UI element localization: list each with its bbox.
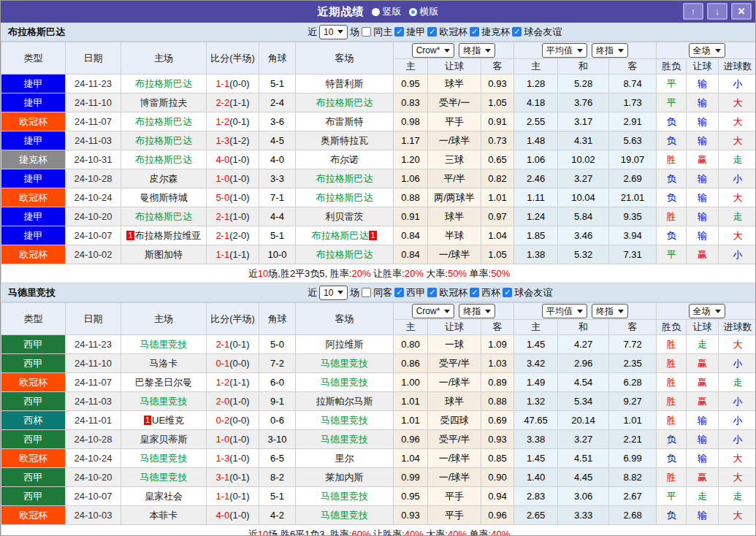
radio-horizontal-layout[interactable]: 横版: [409, 5, 439, 18]
corner-score: 5-0: [259, 335, 296, 354]
team-cell: 本菲卡: [121, 506, 207, 525]
match-row: 西甲24-10-28皇家贝蒂斯1-0(1-0)3-10马德里竞技0.96受平/半…: [1, 430, 756, 449]
league-filter-checkbox[interactable]: ✓: [394, 27, 404, 37]
odds-home-value: 0.95: [394, 74, 428, 93]
league-filter-checkbox[interactable]: ✓: [503, 288, 512, 297]
radio-horizontal-label[interactable]: 横版: [420, 5, 439, 18]
move-up-button[interactable]: ↑: [683, 3, 703, 20]
odds-source-select[interactable]: 全场: [689, 304, 725, 318]
match-row: 西甲24-10-20马德里竞技3-1(0-1)8-2莱加内斯0.99一/球半0.…: [1, 468, 756, 487]
same-venue-checkbox[interactable]: [362, 288, 371, 297]
chevron-down-icon: [715, 310, 721, 313]
team-cell: 利贝雷茨: [296, 207, 394, 226]
match-date: 24-10-20: [66, 468, 121, 487]
same-venue-checkbox[interactable]: [362, 27, 371, 37]
games-count-select[interactable]: 10: [319, 25, 348, 39]
fulltime-score: 4-0: [215, 154, 229, 165]
league-filter-checkbox[interactable]: ✓: [394, 288, 404, 297]
summary-stat-label: 场,胜2平3负5, 胜率:: [268, 268, 351, 279]
corner-score: 5-1: [259, 487, 296, 506]
col-score-header: 比分(半场): [207, 303, 259, 335]
league-filter-checkbox[interactable]: ✓: [427, 288, 437, 297]
team-cell: 马德里竞技: [296, 506, 394, 525]
odds-source-select[interactable]: Crow*: [412, 43, 455, 58]
summary-stat-label: 近: [248, 529, 258, 536]
games-count-select[interactable]: 10: [319, 286, 348, 300]
odds-group-selects: 平均值终指: [514, 304, 656, 318]
avg-draw-header: 和: [558, 59, 609, 74]
fulltime-score: 1-1: [215, 491, 229, 502]
halftime-score: (1-2): [229, 135, 249, 146]
avg-away-value: 6.99: [609, 449, 657, 468]
score-cell: 0-1(0-0): [207, 354, 259, 373]
result-goals-value: 大: [719, 112, 756, 131]
team-name-text: 马德里竞技: [321, 377, 368, 388]
avg-away-value: 8.74: [609, 74, 657, 93]
match-row: 欧冠杯24-10-02斯图加特1-1(1-1)10-0布拉格斯巴达0.84一/球…: [1, 245, 756, 264]
result-handicap-value: 输: [687, 506, 719, 525]
avg-home-value: 1.45: [514, 449, 558, 468]
league-filter-checkbox[interactable]: ✓: [470, 27, 479, 37]
league-filter-checkbox[interactable]: ✓: [470, 288, 479, 297]
avg-draw-header: 和: [558, 320, 609, 335]
odds-source-select[interactable]: 终指: [459, 304, 495, 318]
corner-score: 3-6: [259, 112, 296, 131]
odds-source-select[interactable]: Crow*: [412, 304, 455, 318]
avg-away-value: 1.73: [609, 93, 657, 112]
odds-source-select[interactable]: 终指: [459, 43, 495, 58]
odds-source-select[interactable]: 平均值: [542, 43, 587, 58]
odds-source-select-value: 终指: [463, 305, 481, 318]
result-wdl-value: 负: [657, 131, 687, 150]
fulltime-score: 0-2: [215, 415, 229, 426]
summary-stat-label: 场,胜6平1负3, 胜率:: [268, 529, 351, 536]
radio-selected-icon[interactable]: [409, 8, 417, 16]
summary-text: 近10场,胜6平1负3, 胜率:60% 让胜率:40% 大率:40% 单率:40…: [1, 525, 756, 536]
odds-source-select[interactable]: 终指: [592, 304, 628, 318]
results-table: 类型日期主场比分(半场)角球客场Crow*终指平均值终指全场主让球客主和客胜负让…: [1, 42, 756, 283]
chevron-down-icon: [485, 49, 491, 53]
result-handicap-value: 输: [687, 131, 719, 150]
odds-source-select[interactable]: 全场: [689, 43, 725, 58]
avg-home-value: 1.24: [514, 207, 558, 226]
avg-home-value: 3.42: [514, 354, 558, 373]
move-down-button[interactable]: ↓: [707, 3, 728, 20]
summary-text: 近10场,胜2平3负5, 胜率:20% 让胜率:20% 大率:50% 单率:50…: [1, 264, 756, 283]
odds-source-select[interactable]: 平均值: [542, 304, 587, 318]
fulltime-score: 2-2: [215, 97, 229, 108]
fulltime-score: 2-1: [215, 211, 229, 222]
league-filter-checkbox[interactable]: ✓: [512, 27, 522, 37]
result-goals-value: 大: [719, 131, 756, 150]
league-filter-checkbox[interactable]: ✓: [427, 27, 437, 37]
halftime-score: (0-1): [229, 116, 249, 127]
league-badge: 西杯: [1, 411, 66, 430]
fulltime-score: 1-0: [215, 173, 229, 184]
result-handicap-value: 赢: [687, 245, 719, 264]
radio-vertical-label[interactable]: 竖版: [383, 5, 402, 18]
chevron-down-icon: [337, 291, 343, 294]
team-cell: 阿拉维斯: [296, 335, 394, 354]
match-date: 24-11-07: [66, 373, 121, 392]
odds-home-header: 主: [394, 320, 428, 335]
avg-home-value: 2.83: [514, 487, 558, 506]
team-name-text: 奥斯特拉瓦: [321, 135, 368, 146]
team-cell: 马德里竞技: [296, 373, 394, 392]
score-cell: 2-2(1-1): [207, 93, 259, 112]
odds-handicap-value: 三球: [428, 150, 481, 169]
team-name-text: 皇家贝蒂斯: [140, 434, 188, 445]
team-cell: 马德里竞技: [296, 411, 394, 430]
odds-away-value: 0.96: [481, 506, 514, 525]
close-button[interactable]: ✕: [731, 3, 752, 20]
odds-source-select-value: 终指: [596, 305, 614, 318]
match-date: 24-11-10: [66, 354, 121, 373]
result-wdl-value: 平: [657, 245, 687, 264]
odds-away-value: 0.73: [481, 131, 514, 150]
avg-draw-value: 10.02: [558, 150, 609, 169]
avg-home-header: 主: [514, 320, 558, 335]
odds-source-select[interactable]: 终指: [592, 43, 628, 58]
avg-home-value: 2.55: [514, 112, 558, 131]
header-row-main: 类型日期主场比分(半场)角球客场Crow*终指平均值终指全场: [1, 42, 756, 59]
radio-icon[interactable]: [372, 8, 380, 16]
team-name: 布拉格斯巴达: [8, 26, 65, 39]
result-wdl-value: 负: [657, 506, 687, 525]
radio-vertical-layout[interactable]: 竖版: [372, 5, 402, 18]
